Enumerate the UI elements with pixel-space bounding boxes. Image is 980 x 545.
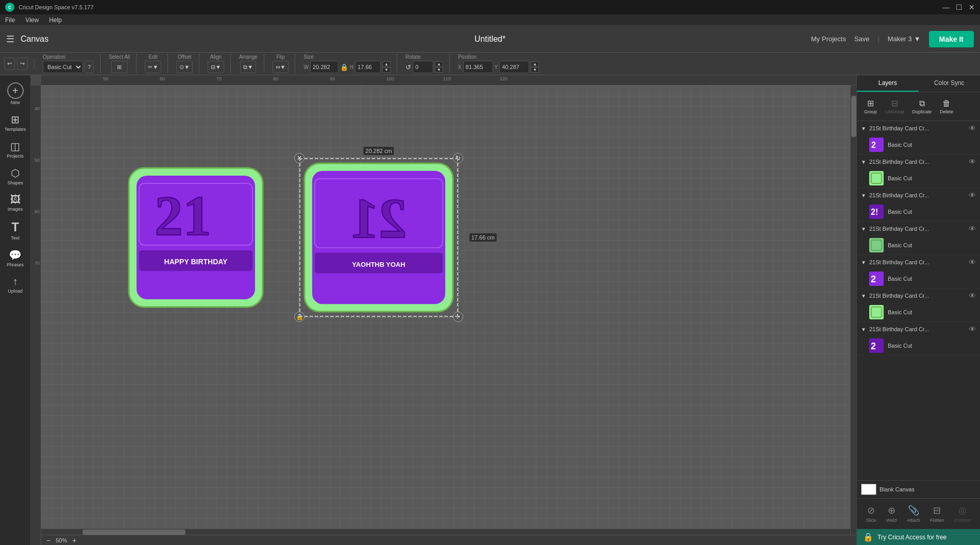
width-input[interactable] <box>310 61 339 73</box>
sidebar-item-new[interactable]: + New <box>2 79 29 108</box>
flatten-button[interactable]: ⊟ Flatten <box>926 503 949 525</box>
menu-view[interactable]: View <box>25 16 39 24</box>
maximize-button[interactable]: ☐ <box>956 3 962 11</box>
visibility-icon-6[interactable]: 👁 <box>969 292 976 300</box>
x-input[interactable] <box>463 61 493 73</box>
height-input[interactable] <box>355 61 381 73</box>
visibility-icon-3[interactable]: 👁 <box>969 191 976 199</box>
canvas-grid[interactable]: 21 HAPPY BIRTHDAY ✕ <box>41 86 856 535</box>
layer-group-4: ▼ 21St Birthday Card Cr... 👁 Basic Cut <box>857 222 980 255</box>
machine-chevron-icon: ▼ <box>914 35 921 43</box>
group-button[interactable]: ⊞ Group <box>861 96 880 116</box>
blank-canvas-row[interactable]: Blank Canvas <box>857 480 980 498</box>
vertical-scroll-thumb[interactable] <box>851 96 856 137</box>
lock-aspect-icon[interactable]: 🔒 <box>340 63 348 71</box>
delete-button[interactable]: 🗑 Delete <box>937 97 956 116</box>
y-increment-button[interactable]: ▲ <box>531 61 539 67</box>
visibility-icon-1[interactable]: 👁 <box>969 124 976 132</box>
delete-handle[interactable]: ✕ <box>294 153 305 163</box>
tab-color-sync[interactable]: Color Sync <box>919 75 981 92</box>
layer-group-3-header[interactable]: ▼ 21St Birthday Card Cr... 👁 <box>857 188 980 202</box>
machine-selector[interactable]: Maker 3 ▼ <box>888 35 921 43</box>
layer-group-6: ▼ 21St Birthday Card Cr... 👁 Basic Cut <box>857 288 980 322</box>
edit-button[interactable]: ✂▼ <box>145 61 161 73</box>
hamburger-menu-button[interactable]: ☰ <box>6 33 14 45</box>
visibility-icon-5[interactable]: 👁 <box>969 258 976 266</box>
minimize-button[interactable]: — <box>942 3 950 11</box>
lock-handle[interactable]: 🔒 <box>294 312 305 322</box>
layer-group-1-header[interactable]: ▼ 21St Birthday Card Cr... 👁 <box>857 121 980 135</box>
visibility-icon-2[interactable]: 👁 <box>969 158 976 166</box>
ruler-mark-50: 50 <box>103 76 108 81</box>
window-controls[interactable]: — ☐ ✕ <box>942 3 975 11</box>
horizontal-scrollbar[interactable] <box>41 529 850 535</box>
undo-button[interactable]: ↩ <box>4 58 15 70</box>
operation-select[interactable]: Basic Cut <box>43 61 83 73</box>
sidebar-item-shapes[interactable]: ⬡ Shapes <box>2 164 29 189</box>
rotate-input[interactable] <box>413 61 433 73</box>
my-projects-button[interactable]: My Projects <box>811 35 846 43</box>
visibility-icon-7[interactable]: 👁 <box>969 325 976 333</box>
layer-group-4-header[interactable]: ▼ 21St Birthday Card Cr... 👁 <box>857 222 980 236</box>
layer-item-4[interactable]: Basic Cut <box>857 236 980 254</box>
zoom-in-button[interactable]: + <box>72 536 76 544</box>
layer-item-2[interactable]: Basic Cut <box>857 169 980 188</box>
y-decrement-button[interactable]: ▼ <box>531 67 539 73</box>
canvas-area[interactable]: 50 60 70 80 90 100 110 120 40 50 60 70 <box>31 75 856 545</box>
layer-item-6[interactable]: Basic Cut <box>857 303 980 321</box>
menubar: File View Help <box>0 14 980 26</box>
layer-group-2-header[interactable]: ▼ 21St Birthday Card Cr... 👁 <box>857 155 980 169</box>
attach-button[interactable]: 📎 Attach <box>903 503 924 525</box>
sidebar-item-upload[interactable]: ↑ Upload <box>2 272 29 297</box>
horizontal-scroll-thumb[interactable] <box>82 530 185 535</box>
ungroup-button[interactable]: ⊟ UnGroup <box>882 96 907 116</box>
select-all-button[interactable]: ⊞ <box>111 61 128 73</box>
rotate-increment-button[interactable]: ▲ <box>435 61 443 67</box>
slice-button[interactable]: ⊘ Slice <box>862 503 881 525</box>
rotate-spinner[interactable]: ▲ ▼ <box>435 61 443 73</box>
close-button[interactable]: ✕ <box>969 3 975 11</box>
layer-group-6-header[interactable]: ▼ 21St Birthday Card Cr... 👁 <box>857 288 980 303</box>
sidebar-item-text[interactable]: T Text <box>2 217 29 244</box>
contour-button[interactable]: ◎ Contour <box>950 503 975 525</box>
operation-help-button[interactable]: ? <box>85 61 94 73</box>
height-spinner[interactable]: ▲ ▼ <box>382 61 391 73</box>
layer-group-5-header[interactable]: ▼ 21St Birthday Card Cr... 👁 <box>857 255 980 269</box>
menu-file[interactable]: File <box>5 16 15 24</box>
sidebar-item-templates[interactable]: ⊞ Templates <box>2 110 29 135</box>
sidebar-item-projects[interactable]: ◫ Projects <box>2 137 29 162</box>
promo-bar[interactable]: 🔒 Try Cricut Access for free <box>857 529 980 545</box>
resize-handle[interactable]: ↗ <box>453 312 463 322</box>
save-button[interactable]: Save <box>854 35 870 43</box>
rotate-handle[interactable]: ↻ <box>453 153 463 163</box>
tab-layers[interactable]: Layers <box>857 75 919 92</box>
weld-button[interactable]: ⊕ Weld <box>882 503 901 525</box>
arrange-button[interactable]: ⧉▼ <box>240 61 256 73</box>
design-object-left[interactable]: 21 HAPPY BIRTHDAY <box>124 163 268 312</box>
sidebar-item-phrases[interactable]: 💬 Phrases <box>2 246 29 270</box>
duplicate-button[interactable]: ⧉ Duplicate <box>909 97 935 116</box>
vertical-scrollbar[interactable] <box>850 86 856 539</box>
height-decrement-button[interactable]: ▼ <box>382 67 391 73</box>
layer-group-2-name: 21St Birthday Card Cr... <box>869 159 966 165</box>
rotate-decrement-button[interactable]: ▼ <box>435 67 443 73</box>
layer-group-7-header[interactable]: ▼ 21St Birthday Card Cr... 👁 <box>857 322 980 336</box>
height-increment-button[interactable]: ▲ <box>382 61 391 67</box>
flip-button[interactable]: ⇔▼ <box>273 61 289 73</box>
sidebar-item-images[interactable]: 🖼 Images <box>2 191 29 215</box>
align-button[interactable]: ⊟▼ <box>208 61 224 73</box>
layer-item-5[interactable]: 2 Basic Cut <box>857 269 980 288</box>
y-input[interactable] <box>499 61 529 73</box>
design-object-right[interactable]: ✕ ↻ 🔒 ↗ 21 <box>299 158 459 317</box>
main-toolbar: ☰ Canvas Untitled* My Projects Save | Ma… <box>0 26 980 53</box>
layer-item-7[interactable]: 2 Basic Cut <box>857 336 980 355</box>
menu-help[interactable]: Help <box>49 16 62 24</box>
make-it-button[interactable]: Make It <box>929 31 974 47</box>
offset-button[interactable]: ⊙▼ <box>176 61 193 73</box>
y-spinner[interactable]: ▲ ▼ <box>531 61 539 73</box>
visibility-icon-4[interactable]: 👁 <box>969 225 976 233</box>
layer-item-3[interactable]: 2! Basic Cut <box>857 202 980 221</box>
redo-button[interactable]: ↪ <box>17 58 28 70</box>
layer-item-1[interactable]: 2 Basic Cut <box>857 135 980 154</box>
zoom-out-button[interactable]: − <box>46 536 50 544</box>
